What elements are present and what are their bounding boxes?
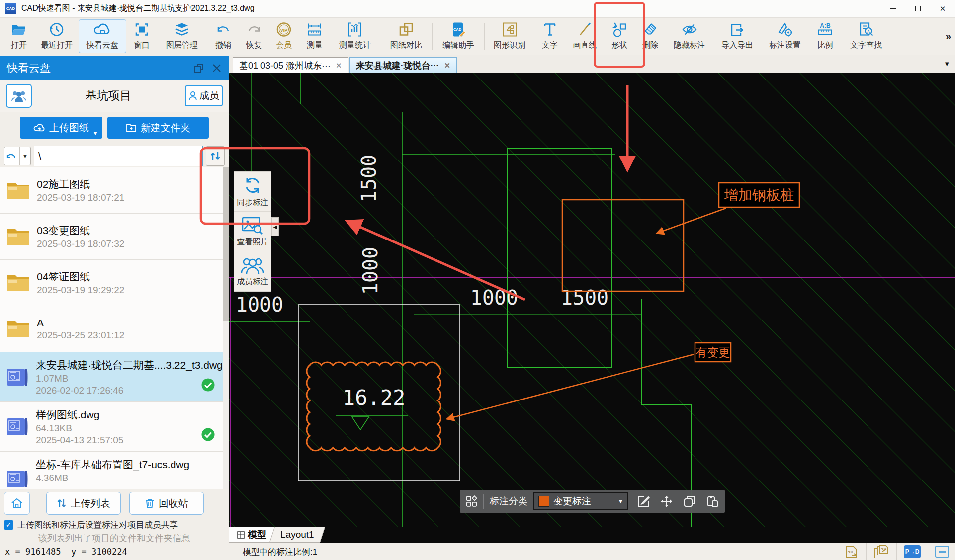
toolbar-label: 文字查找: [850, 40, 882, 51]
file-row-dwg[interactable]: 样例图纸.dwg 64.13KB 2025-04-13 21:57:05: [0, 402, 229, 452]
toolbar-import-export[interactable]: 导入导出: [713, 19, 761, 53]
file-name: A: [37, 317, 124, 329]
toolbar-text[interactable]: 文字: [534, 19, 565, 53]
sync-notes-button[interactable]: 同步标注: [234, 172, 271, 212]
dim-text: 1500: [561, 286, 608, 309]
home-button[interactable]: [4, 492, 30, 515]
path-input[interactable]: [34, 146, 203, 166]
toolbar-vip[interactable]: VIP 会员: [269, 19, 299, 53]
toolbar-note-settings[interactable]: 标注设置: [761, 19, 809, 53]
members-button[interactable]: 成员: [185, 85, 223, 106]
toolbar-draw-line[interactable]: 画直线: [565, 19, 604, 53]
toolbar-delete[interactable]: 删除: [635, 19, 666, 53]
tab-close-icon[interactable]: ✕: [444, 61, 451, 70]
toolbar-drawing-compare[interactable]: 图纸对比: [380, 19, 432, 53]
minimize-button[interactable]: [880, 0, 905, 18]
layout1-tab[interactable]: Layout1: [269, 527, 325, 543]
restore-button[interactable]: [905, 0, 930, 18]
pdf-to-dwg-button[interactable]: P→D: [904, 545, 921, 558]
refresh-button[interactable]: [206, 146, 225, 166]
recycle-bin-button[interactable]: 回收站: [129, 492, 204, 515]
toolbar-layers[interactable]: 图层管理: [157, 19, 207, 53]
close-button[interactable]: ✕: [930, 0, 955, 18]
file-row-dwg-selected[interactable]: 来安县城建·珑悦台二期基....3.22_t3.dwg 1.07MB 2026-…: [0, 352, 229, 402]
scrollbar-thumb[interactable]: [223, 167, 229, 321]
note-settings-icon: [777, 20, 793, 39]
text-find-icon: A: [858, 20, 874, 39]
file-size: 4.36MB: [36, 473, 189, 483]
toolbar-open[interactable]: 打开: [3, 19, 35, 53]
back-caret-icon[interactable]: ▼: [20, 153, 30, 159]
file-list-scrollbar[interactable]: [223, 167, 229, 489]
file-date: 2025-03-25 23:01:12: [37, 330, 124, 341]
toolbar-edit-assistant[interactable]: CAD 编辑助手: [433, 19, 484, 53]
file-row-dwg[interactable]: 坐标-车库基础布置图_t7-ucs.dwg 4.36MB: [0, 452, 229, 489]
cad-canvas[interactable]: 1500 1000 1000 1000 1500 16.22 增加钢板桩 有变更…: [229, 73, 955, 543]
toolbar-text-find[interactable]: A 文字查找: [842, 19, 890, 53]
share-note: 上传图纸和标注后设置标注对项目成员共享: [17, 519, 178, 531]
upload-drawing-button[interactable]: 上传图纸 ▼: [20, 117, 102, 139]
project-name: 基坑项目: [32, 88, 185, 103]
drawing-tab[interactable]: 基01 03-05 滁州城东··· ✕: [233, 57, 348, 73]
batch-export-pdf-icon[interactable]: PDF: [873, 544, 889, 559]
toolbar-shape[interactable]: 形状: [604, 19, 635, 53]
member-notes-button[interactable]: 成员标注: [234, 251, 271, 291]
import-export-icon: [729, 20, 746, 39]
toolbar-label: 隐藏标注: [674, 40, 705, 51]
export-pdf-icon[interactable]: PDF: [844, 545, 859, 559]
file-name: 坐标-车库基础布置图_t7-ucs.dwg: [36, 458, 189, 472]
share-checkbox[interactable]: ✓: [4, 520, 13, 530]
toolbar-measure-stats[interactable]: 测量统计: [330, 19, 380, 53]
close-panel-icon[interactable]: [212, 63, 222, 73]
toolbar-overflow-chevron[interactable]: »: [946, 31, 955, 42]
paste-note-icon[interactable]: [706, 495, 719, 508]
layers-icon: [174, 20, 190, 39]
new-folder-button[interactable]: 新建文件夹: [107, 117, 209, 139]
dwg-file-icon: [6, 367, 29, 388]
synced-check-icon: [201, 378, 215, 392]
file-row-folder[interactable]: 04签证图纸2025-03-19 19:29:22: [0, 260, 229, 306]
note-bar-separator: [483, 494, 484, 509]
back-button[interactable]: ▼: [4, 147, 31, 165]
toolbar-ratio[interactable]: A:B 比例: [809, 19, 842, 53]
cloud-upload-icon: [33, 123, 45, 133]
drawing-tab-active[interactable]: 来安县城建·珑悦台··· ✕: [349, 57, 457, 73]
toolbar-label: 恢复: [246, 40, 262, 51]
toolbar-label: 测量: [307, 40, 323, 51]
toolbar-cloud-drive[interactable]: 快看云盘: [79, 19, 126, 53]
toolbar-shape-recognize[interactable]: 图形识别: [485, 19, 534, 53]
float-panel-icon[interactable]: [194, 63, 204, 73]
share-option-row: ✓ 上传图纸和标注后设置标注对项目成员共享: [0, 517, 229, 532]
toolbar-hide-notes[interactable]: 隐藏标注: [666, 19, 713, 53]
toolbar-label: 删除: [642, 40, 658, 51]
project-members-button[interactable]: [6, 84, 32, 108]
toolbar-window[interactable]: 窗口: [126, 19, 157, 53]
toolbar-label: 画直线: [573, 40, 597, 51]
model-space-tab[interactable]: 模型: [229, 527, 275, 543]
upload-caret-icon[interactable]: ▼: [92, 130, 98, 137]
fullscreen-toggle-button[interactable]: [935, 546, 949, 558]
title-bar: CAD CAD快速看图 - 来安县城建·珑悦台二期基坑支护2021.3.22_t…: [0, 0, 955, 18]
move-note-icon[interactable]: [660, 495, 673, 508]
tab-list-caret-icon[interactable]: ▼: [944, 60, 950, 68]
shape-icon: [610, 20, 628, 39]
toolbar-measure[interactable]: 测量: [299, 19, 330, 53]
tab-close-icon[interactable]: ✕: [336, 61, 342, 70]
copy-note-icon[interactable]: [683, 495, 696, 508]
status-divider: [837, 543, 837, 560]
note-category-dropdown[interactable]: 变更标注 ▼: [533, 492, 628, 510]
note-category-grid-icon[interactable]: [466, 495, 477, 508]
dim-text: 1000: [470, 286, 518, 309]
toolbar-recent-open[interactable]: 最近打开: [35, 19, 79, 53]
upload-list-button[interactable]: 上传列表: [46, 492, 121, 515]
view-photos-button[interactable]: 查看照片: [234, 212, 271, 251]
toolbar-redo[interactable]: 恢复: [239, 19, 269, 53]
file-row-folder[interactable]: A2025-03-25 23:01:12: [0, 306, 229, 352]
edit-note-icon[interactable]: [637, 495, 650, 508]
toolbar-undo[interactable]: 撤销: [207, 19, 239, 53]
folder-icon: [6, 273, 30, 293]
folder-plus-icon: [126, 123, 137, 132]
file-row-folder[interactable]: 03变更图纸2025-03-19 18:07:32: [0, 214, 229, 260]
collapse-toolbar-handle[interactable]: ◀: [271, 217, 279, 236]
file-row-folder[interactable]: 02施工图纸2025-03-19 18:07:21: [0, 167, 229, 214]
